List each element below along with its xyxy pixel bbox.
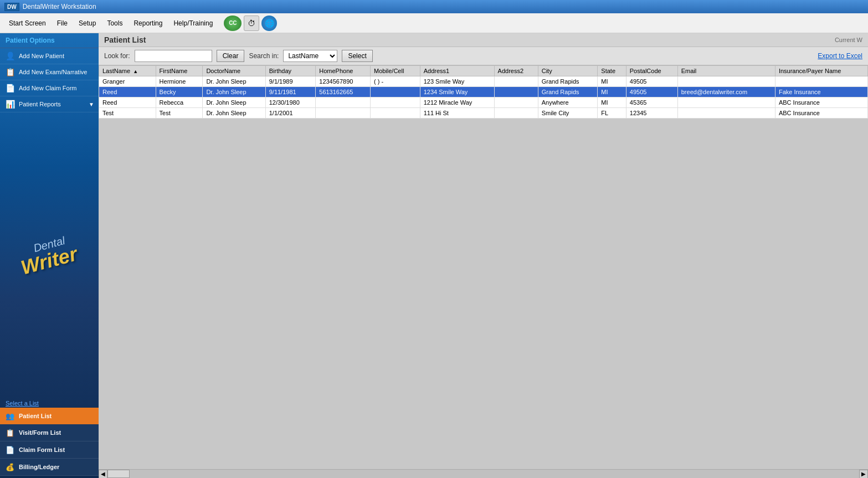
table-row[interactable]: ReedRebeccaDr. John Sleep12/30/19801212 …	[99, 97, 868, 108]
search-in-select[interactable]: LastName FirstName DoctorName Birthday H…	[283, 50, 337, 62]
writer-text: Writer	[19, 244, 79, 278]
col-homephone[interactable]: HomePhone	[316, 66, 371, 76]
clear-button[interactable]: Clear	[217, 50, 245, 62]
menu-file[interactable]: File	[53, 18, 72, 29]
clock-icon[interactable]: ⏱	[244, 16, 259, 31]
cell-firstname: Rebecca	[156, 97, 203, 108]
nav-patient-list[interactable]: 👥 Patient List	[0, 408, 99, 424]
cell-mobilecell	[370, 97, 420, 108]
page-title: Patient List	[104, 35, 146, 44]
cell-birthday: 1/1/2001	[265, 108, 316, 119]
patient-reports-label: Patient Reports	[19, 101, 61, 107]
cell-insurance: ABC Insurance	[775, 97, 867, 108]
table-row[interactable]: TestTestDr. John Sleep1/1/2001111 Hi StS…	[99, 108, 868, 119]
app-logo: DW	[4, 3, 19, 11]
table-header-row: LastName ▲ FirstName DoctorName Birthday…	[99, 66, 868, 76]
patient-options-header: Patient Options	[0, 33, 99, 48]
col-state[interactable]: State	[598, 66, 626, 76]
cell-lastname: Test	[99, 108, 156, 119]
select-list-area: Select a List 👥 Patient List 📋 Visit/For…	[0, 397, 99, 478]
menu-tools[interactable]: Tools	[102, 18, 127, 29]
nav-billing-ledger[interactable]: 💰 Billing/Ledger	[0, 459, 99, 476]
select-list-link[interactable]: Select a List	[0, 399, 99, 408]
cell-state: MI	[598, 76, 626, 87]
col-birthday[interactable]: Birthday	[265, 66, 316, 76]
cell-address2	[494, 87, 538, 97]
cell-state: MI	[598, 87, 626, 97]
cell-address1: 111 Hi St	[420, 108, 494, 119]
cell-insurance: Fake Insurance	[775, 87, 867, 97]
col-address2[interactable]: Address2	[494, 66, 538, 76]
cell-birthday: 9/1/1989	[265, 76, 316, 87]
cell-homephone: 5613162665	[316, 87, 371, 97]
add-new-patient-label: Add New Patient	[19, 53, 64, 59]
cell-email	[677, 97, 775, 108]
scroll-thumb[interactable]	[107, 470, 130, 478]
globe-icon[interactable]: 🌐	[261, 16, 277, 31]
horizontal-scrollbar[interactable]: ◀ ▶	[99, 469, 868, 478]
col-doctorname[interactable]: DoctorName	[203, 66, 265, 76]
cell-mobilecell	[370, 87, 420, 97]
menu-setup[interactable]: Setup	[74, 18, 100, 29]
menu-help-training[interactable]: Help/Training	[169, 18, 217, 29]
patient-table-container[interactable]: LastName ▲ FirstName DoctorName Birthday…	[99, 65, 868, 469]
cell-lastname: Reed	[99, 87, 156, 97]
col-city[interactable]: City	[538, 66, 598, 76]
title-bar: DW DentalWriter Workstation	[0, 0, 868, 13]
cell-birthday: 9/11/1981	[265, 87, 316, 97]
scroll-track[interactable]	[107, 470, 859, 478]
menu-bar: Start Screen File Setup Tools Reporting …	[0, 13, 868, 33]
table-body: GrangerHermioneDr. John Sleep9/1/1989123…	[99, 76, 868, 119]
cell-city: Smile City	[538, 108, 598, 119]
col-firstname[interactable]: FirstName	[156, 66, 203, 76]
cell-postalcode: 49505	[626, 87, 677, 97]
cell-lastname: Reed	[99, 97, 156, 108]
add-new-exam-button[interactable]: 📋 Add New Exam/Narrative	[0, 64, 99, 80]
add-new-claim-button[interactable]: 📄 Add New Claim Form	[0, 80, 99, 96]
cell-address1: 1212 Miracle Way	[420, 97, 494, 108]
billing-label: Billing/Ledger	[19, 464, 59, 470]
cell-mobilecell: ( ) -	[370, 76, 420, 87]
cell-insurance: ABC Insurance	[775, 108, 867, 119]
page-title-bar: Patient List Current W	[99, 33, 868, 47]
add-new-patient-button[interactable]: 👤 Add New Patient	[0, 48, 99, 64]
table-row[interactable]: ReedBeckyDr. John Sleep9/11/198156131626…	[99, 87, 868, 97]
cell-state: MI	[598, 97, 626, 108]
visit-form-label: Visit/Form List	[19, 429, 61, 436]
clean-code-icon[interactable]: CC	[224, 16, 242, 31]
search-input[interactable]	[135, 50, 212, 62]
col-email[interactable]: Email	[677, 66, 775, 76]
main-layout: Patient Options 👤 Add New Patient 📋 Add …	[0, 33, 868, 478]
patient-reports-button[interactable]: 📊 Patient Reports ▼	[0, 96, 99, 112]
export-to-excel-link[interactable]: Export to Excel	[818, 52, 862, 60]
cell-homephone	[316, 108, 371, 119]
cell-birthday: 12/30/1980	[265, 97, 316, 108]
claim-icon: 📄	[4, 83, 16, 93]
col-postalcode[interactable]: PostalCode	[626, 66, 677, 76]
cell-email	[677, 108, 775, 119]
select-button[interactable]: Select	[342, 50, 372, 62]
scroll-right-button[interactable]: ▶	[859, 470, 868, 479]
cell-lastname: Granger	[99, 76, 156, 87]
col-address1[interactable]: Address1	[420, 66, 494, 76]
cell-city: Anywhere	[538, 97, 598, 108]
cell-firstname: Test	[156, 108, 203, 119]
cell-insurance	[775, 76, 867, 87]
visit-form-icon: 📋	[4, 428, 16, 438]
col-mobilecell[interactable]: Mobile/Cell	[370, 66, 420, 76]
nav-visit-form-list[interactable]: 📋 Visit/Form List	[0, 424, 99, 441]
col-insurance[interactable]: Insurance/Payer Name	[775, 66, 867, 76]
cell-address2	[494, 76, 538, 87]
cell-postalcode: 12345	[626, 108, 677, 119]
menu-start-screen[interactable]: Start Screen	[4, 18, 50, 29]
claim-form-label: Claim Form List	[19, 446, 65, 453]
menu-reporting[interactable]: Reporting	[129, 18, 167, 29]
cell-address1: 1234 Smile Way	[420, 87, 494, 97]
nav-claim-form-list[interactable]: 📄 Claim Form List	[0, 441, 99, 459]
cell-doctorname: Dr. John Sleep	[203, 87, 265, 97]
person-icon: 👤	[4, 51, 16, 61]
col-lastname[interactable]: LastName ▲	[99, 66, 156, 76]
table-row[interactable]: GrangerHermioneDr. John Sleep9/1/1989123…	[99, 76, 868, 87]
scroll-left-button[interactable]: ◀	[99, 470, 107, 479]
search-section: Look for: Clear Search in: LastName Firs…	[99, 47, 868, 65]
